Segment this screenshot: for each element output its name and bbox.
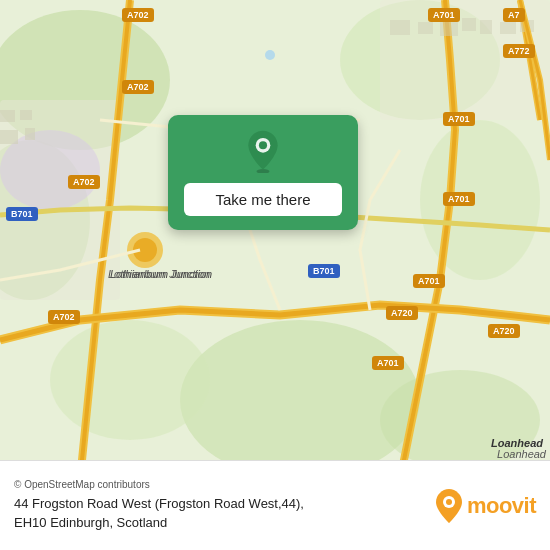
address-line2: EH10 Edinburgh, Scotland bbox=[14, 515, 167, 530]
svg-rect-17 bbox=[25, 128, 35, 140]
road-badge-b701-2: B701 bbox=[308, 264, 340, 278]
osm-attribution: © OpenStreetMap contributors bbox=[14, 479, 425, 490]
road-badge-a702-3: A702 bbox=[68, 175, 100, 189]
road-badge-b701-1: B701 bbox=[6, 207, 38, 221]
svg-point-4 bbox=[420, 120, 540, 280]
svg-rect-18 bbox=[390, 20, 410, 35]
svg-point-6 bbox=[50, 320, 210, 440]
svg-point-29 bbox=[446, 499, 452, 505]
info-bar: © OpenStreetMap contributors 44 Frogston… bbox=[0, 460, 550, 550]
map-background: A702 A702 A702 A702 A701 A701 A701 A701 … bbox=[0, 0, 550, 480]
location-label: Lothianburn Junction bbox=[110, 268, 212, 280]
address-text: 44 Frogston Road West (Frogston Road Wes… bbox=[14, 495, 425, 531]
road-badge-a701-3: A701 bbox=[443, 192, 475, 206]
road-badge-a702-1: A702 bbox=[122, 8, 154, 22]
take-me-there-button[interactable]: Take me there bbox=[184, 183, 342, 216]
svg-rect-21 bbox=[462, 18, 476, 31]
svg-rect-20 bbox=[440, 20, 458, 36]
road-badge-a702-4: A702 bbox=[48, 310, 80, 324]
svg-rect-22 bbox=[480, 20, 492, 34]
svg-point-5 bbox=[180, 320, 420, 480]
map-popup: Take me there bbox=[168, 115, 358, 230]
svg-rect-23 bbox=[500, 22, 516, 34]
road-badge-a701-1: A701 bbox=[428, 8, 460, 22]
road-badge-a701-4: A701 bbox=[413, 274, 445, 288]
address-line1: 44 Frogston Road West (Frogston Road Wes… bbox=[14, 496, 304, 511]
svg-rect-16 bbox=[0, 130, 18, 144]
location-pin-icon bbox=[241, 129, 285, 173]
road-badge-a772: A772 bbox=[503, 44, 535, 58]
moovit-brand-text: moovit bbox=[467, 493, 536, 519]
road-badge-a701-2: A701 bbox=[443, 112, 475, 126]
svg-rect-14 bbox=[0, 110, 15, 122]
road-badge-a720-1: A720 bbox=[386, 306, 418, 320]
svg-point-27 bbox=[259, 141, 267, 149]
svg-rect-15 bbox=[20, 110, 32, 120]
moovit-pin-icon bbox=[435, 488, 463, 524]
map-container: A702 A702 A702 A702 A701 A701 A701 A701 … bbox=[0, 0, 550, 550]
moovit-logo: moovit bbox=[435, 488, 536, 524]
loanhead-area-label: Loanhead bbox=[497, 448, 546, 460]
road-badge-a701-5: A701 bbox=[372, 356, 404, 370]
road-badge-a7: A7 bbox=[503, 8, 525, 22]
road-badge-a702-2: A702 bbox=[122, 80, 154, 94]
svg-rect-19 bbox=[418, 22, 433, 34]
info-text: © OpenStreetMap contributors 44 Frogston… bbox=[14, 479, 425, 531]
svg-point-13 bbox=[265, 50, 275, 60]
road-badge-a720-2: A720 bbox=[488, 324, 520, 338]
